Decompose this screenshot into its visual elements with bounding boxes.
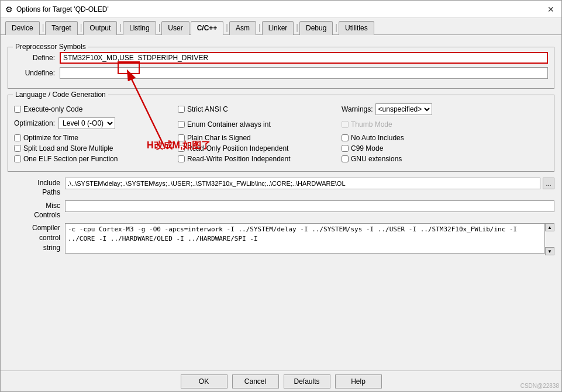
strict-ansi-label: Strict ANSI C (187, 105, 228, 113)
include-paths-row: IncludePaths ... (8, 178, 554, 197)
help-button[interactable]: Help (335, 374, 382, 388)
define-label: Define: (14, 54, 55, 62)
gnu-ext-label: GNU extensions (351, 155, 402, 163)
warnings-label: Warnings: (342, 105, 373, 113)
include-paths-input[interactable] (65, 178, 540, 189)
read-write-pos-checkbox[interactable] (178, 155, 185, 162)
defaults-button[interactable]: Defaults (284, 374, 330, 388)
tab-output[interactable]: Output (83, 21, 117, 35)
execute-only-row: Execute-only Code (14, 105, 178, 113)
include-paths-label: IncludePaths (8, 178, 60, 197)
execute-only-label: Execute-only Code (23, 105, 82, 113)
optimization-select[interactable]: Level 0 (-O0) (58, 117, 115, 129)
c99-mode-checkbox[interactable] (342, 145, 349, 152)
include-paths-browse[interactable]: ... (543, 178, 554, 189)
warnings-select[interactable]: <unspecified> (375, 103, 432, 115)
tab-user[interactable]: User (161, 21, 189, 35)
no-auto-includes-row: No Auto Includes (342, 134, 404, 142)
c99-mode-row: C99 Mode (342, 144, 383, 152)
compiler-control-wrap: -c -cpu Cortex-M3 -g -O0 -apcs=interwork… (65, 223, 554, 255)
cancel-button[interactable]: Cancel (232, 374, 279, 388)
tab-cpp[interactable]: C/C++ (191, 21, 224, 35)
language-group: Language / Code Generation Execute-only … (8, 95, 554, 172)
plain-char-label: Plain Char is Signed (187, 134, 251, 142)
split-load-checkbox[interactable] (14, 145, 21, 152)
gnu-ext-row: GNU extensions (342, 155, 402, 163)
tab-linker[interactable]: Linker (262, 21, 294, 35)
optimize-time-row: Optimize for Time (14, 134, 178, 142)
tab-listing[interactable]: Listing (123, 21, 156, 35)
include-paths-wrap: ... (65, 178, 554, 189)
thumb-mode-label: Thumb Mode (351, 120, 392, 129)
bottom-bar: OK Cancel Defaults Help (1, 370, 561, 391)
compiler-control-row: Compilercontrolstring -c -cpu Cortex-M3 … (8, 223, 554, 255)
misc-controls-wrap (65, 200, 554, 212)
read-only-pos-row: Read-Only Position Independent (178, 144, 342, 152)
misc-controls-input[interactable] (65, 200, 554, 212)
warnings-row: Warnings: <unspecified> (342, 103, 432, 115)
strict-ansi-row: Strict ANSI C (178, 105, 342, 113)
read-write-pos-label: Read-Write Position Independent (187, 155, 291, 163)
thumb-mode-checkbox (342, 121, 349, 128)
main-content: Preprocessor Symbols Define: Undefine: L… (1, 35, 561, 265)
misc-controls-label: MiscControls (8, 200, 60, 220)
ok-button[interactable]: OK (181, 374, 227, 388)
define-input[interactable] (60, 52, 548, 64)
strict-ansi-checkbox[interactable] (178, 106, 185, 113)
enum-container-label: Enum Container always int (187, 120, 271, 129)
split-load-label: Split Load and Store Multiple (23, 144, 113, 152)
tab-debug[interactable]: Debug (299, 21, 333, 35)
thumb-mode-row: Thumb Mode (342, 120, 392, 129)
enum-container-checkbox[interactable] (178, 121, 185, 128)
tab-target[interactable]: Target (45, 21, 77, 35)
preprocessor-title: Preprocessor Symbols (13, 43, 88, 51)
undefine-row: Undefine: (14, 67, 548, 79)
undefine-label: Undefine: (14, 69, 55, 77)
plain-char-checkbox[interactable] (178, 134, 185, 141)
optimization-row: Optimization: Level 0 (-O0) (14, 117, 178, 129)
plain-char-row: Plain Char is Signed (178, 134, 342, 142)
no-auto-includes-checkbox[interactable] (342, 134, 349, 141)
dialog-title: Options for Target 'QD-OLED' (16, 5, 109, 13)
tab-utilities[interactable]: Utilities (339, 21, 374, 35)
compiler-scroll-up[interactable]: ▲ (545, 223, 554, 231)
title-bar: ⚙ Options for Target 'QD-OLED' ✕ (1, 1, 561, 18)
define-row: Define: (14, 52, 548, 64)
c99-mode-label: C99 Mode (351, 144, 383, 152)
one-elf-label: One ELF Section per Function (23, 155, 118, 163)
close-button[interactable]: ✕ (545, 5, 557, 14)
execute-only-checkbox[interactable] (14, 106, 21, 113)
dialog-window: ⚙ Options for Target 'QD-OLED' ✕ Device … (0, 0, 562, 392)
app-icon: ⚙ (5, 5, 13, 14)
preprocessor-group: Preprocessor Symbols Define: Undefine: (8, 47, 554, 89)
compiler-control-textarea[interactable]: -c -cpu Cortex-M3 -g -O0 -apcs=interwork… (65, 223, 545, 254)
gnu-ext-checkbox[interactable] (342, 155, 349, 162)
compiler-control-label: Compilercontrolstring (8, 223, 60, 252)
read-only-pos-label: Read-Only Position Independent (187, 144, 288, 152)
read-write-pos-row: Read-Write Position Independent (178, 155, 342, 163)
one-elf-row: One ELF Section per Function (14, 155, 178, 163)
watermark: CSDN@22838 (520, 383, 559, 389)
split-load-row: Split Load and Store Multiple (14, 144, 178, 152)
language-title: Language / Code Generation (13, 91, 108, 99)
one-elf-checkbox[interactable] (14, 155, 21, 162)
misc-controls-row: MiscControls (8, 200, 554, 220)
enum-container-row: Enum Container always int (178, 120, 342, 129)
optimize-time-label: Optimize for Time (23, 134, 78, 142)
optimization-label: Optimization: (14, 119, 55, 127)
tab-device[interactable]: Device (5, 21, 40, 35)
read-only-pos-checkbox[interactable] (178, 145, 185, 152)
undefine-input[interactable] (60, 67, 548, 79)
optimize-time-checkbox[interactable] (14, 134, 21, 141)
compiler-scroll-down[interactable]: ▼ (545, 247, 554, 255)
tab-bar: Device | Target | Output | Listing | Use… (1, 18, 561, 35)
tab-asm[interactable]: Asm (229, 21, 256, 35)
no-auto-includes-label: No Auto Includes (351, 134, 404, 142)
